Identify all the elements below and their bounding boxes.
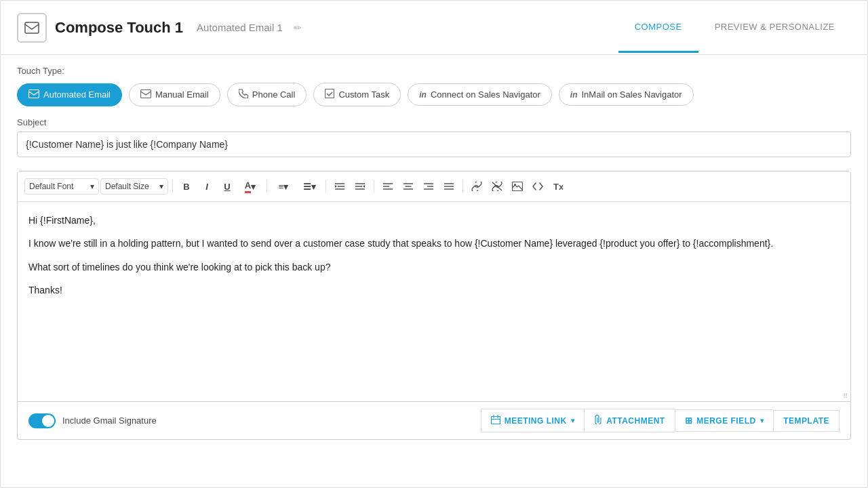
btn-connect-sales-nav[interactable]: in Connect on Sales Navigator bbox=[408, 83, 552, 106]
resize-handle[interactable]: ⠿ bbox=[18, 392, 850, 401]
unlink-button[interactable] bbox=[488, 177, 507, 196]
toolbar-divider-4 bbox=[374, 180, 374, 193]
template-button[interactable]: TEMPLATE bbox=[773, 410, 840, 432]
inmail-sales-nav-label: InMail on Sales Navigator bbox=[582, 89, 682, 100]
font-size-chevron: ▾ bbox=[159, 182, 163, 191]
editor-line-4: Thanks! bbox=[28, 283, 840, 298]
linkedin-connect-icon: in bbox=[419, 90, 427, 100]
tab-compose[interactable]: COMPOSE bbox=[618, 3, 698, 53]
svg-line-24 bbox=[492, 182, 502, 190]
header: Compose Touch 1 Automated Email 1 ✏ COMP… bbox=[1, 1, 867, 55]
svg-rect-2 bbox=[141, 89, 151, 98]
compose-icon bbox=[17, 13, 47, 43]
svg-rect-1 bbox=[29, 89, 39, 98]
merge-field-chevron: ▾ bbox=[760, 417, 764, 424]
connect-sales-nav-label: Connect on Sales Navigator bbox=[431, 89, 540, 100]
justify-button[interactable] bbox=[439, 177, 458, 196]
attachment-label: ATTACHMENT bbox=[606, 416, 665, 426]
page-title: Compose Touch 1 bbox=[55, 19, 183, 37]
touch-type-row: Automated Email Manual Email Phone Call … bbox=[17, 83, 851, 106]
attachment-icon bbox=[594, 415, 602, 426]
svg-text:Tx: Tx bbox=[553, 182, 563, 191]
font-size-select[interactable]: Default Size ▾ bbox=[100, 178, 168, 195]
svg-rect-28 bbox=[491, 417, 500, 424]
font-size-label: Default Size bbox=[105, 182, 149, 191]
touch-type-label: Touch Type: bbox=[17, 66, 851, 76]
font-color-icon: A bbox=[245, 180, 251, 193]
automated-email-label: Automated Email bbox=[43, 89, 111, 100]
editor-line-1: Hi {!FirstName}, bbox=[28, 213, 840, 228]
subject-label: Subject bbox=[17, 117, 851, 127]
toolbar-divider-1 bbox=[172, 180, 173, 193]
btn-phone-call[interactable]: Phone Call bbox=[227, 83, 307, 106]
template-label: TEMPLATE bbox=[783, 416, 829, 426]
align-left-button[interactable] bbox=[378, 177, 397, 196]
clear-format-button[interactable]: Tx bbox=[549, 177, 568, 196]
manual-email-icon bbox=[140, 89, 151, 100]
tab-preview[interactable]: PREVIEW & PERSONALIZE bbox=[698, 3, 851, 53]
merge-field-button[interactable]: ⊞ MERGE FIELD ▾ bbox=[675, 409, 774, 432]
subject-section: Subject bbox=[1, 117, 867, 164]
editor-outer: Default Font ▾ Default Size ▾ B I U A▾ ≡… bbox=[17, 171, 851, 402]
header-subtitle: Automated Email 1 bbox=[197, 22, 283, 33]
bold-button[interactable]: B bbox=[177, 177, 196, 196]
toolbar-divider-3 bbox=[326, 180, 326, 193]
font-family-select[interactable]: Default Font ▾ bbox=[24, 178, 99, 195]
attachment-button[interactable]: ATTACHMENT bbox=[584, 409, 675, 432]
svg-marker-11 bbox=[363, 185, 365, 188]
link-button[interactable] bbox=[467, 177, 486, 196]
bottom-bar: Include Gmail Signature MEETING LINK ▾ A… bbox=[17, 402, 851, 440]
font-color-button[interactable]: A▾ bbox=[238, 177, 262, 196]
custom-task-label: Custom Task bbox=[338, 89, 389, 100]
underline-button[interactable]: U bbox=[218, 177, 237, 196]
editor-line-2: I know we're still in a holding pattern,… bbox=[28, 236, 840, 251]
linkedin-inmail-icon: in bbox=[570, 90, 578, 100]
btn-automated-email[interactable]: Automated Email bbox=[17, 83, 122, 106]
image-button[interactable] bbox=[508, 177, 527, 196]
italic-button[interactable]: I bbox=[197, 177, 216, 196]
merge-field-icon: ⊞ bbox=[685, 415, 693, 426]
touch-type-section: Touch Type: Automated Email Manual Email… bbox=[1, 55, 867, 117]
toggle-knob bbox=[42, 415, 54, 427]
phone-icon bbox=[239, 89, 248, 100]
editor-toolbar: Default Font ▾ Default Size ▾ B I U A▾ ≡… bbox=[18, 171, 850, 202]
bottom-actions: MEETING LINK ▾ ATTACHMENT ⊞ MERGE FIELD … bbox=[481, 409, 840, 432]
btn-inmail-sales-nav[interactable]: in InMail on Sales Navigator bbox=[559, 83, 694, 106]
header-nav: COMPOSE PREVIEW & PERSONALIZE bbox=[618, 3, 851, 53]
resize-dots: ⠿ bbox=[843, 393, 848, 400]
toolbar-divider-2 bbox=[267, 180, 267, 193]
edit-icon[interactable]: ✏ bbox=[294, 22, 302, 33]
unordered-list-button[interactable]: ☰▾ bbox=[297, 177, 321, 196]
header-left: Compose Touch 1 Automated Email 1 ✏ bbox=[17, 13, 302, 43]
editor-body[interactable]: Hi {!FirstName}, I know we're still in a… bbox=[18, 202, 850, 392]
align-right-button[interactable] bbox=[419, 177, 438, 196]
code-button[interactable] bbox=[528, 177, 547, 196]
meeting-link-icon bbox=[491, 415, 500, 426]
indent-right-button[interactable] bbox=[351, 177, 370, 196]
ordered-list-button[interactable]: ≡▾ bbox=[271, 177, 296, 196]
svg-rect-3 bbox=[326, 89, 334, 98]
meeting-link-button[interactable]: MEETING LINK ▾ bbox=[481, 409, 585, 432]
task-icon bbox=[325, 89, 334, 100]
indent-left-icon bbox=[335, 182, 344, 190]
toolbar-divider-5 bbox=[462, 180, 463, 193]
btn-manual-email[interactable]: Manual Email bbox=[129, 83, 220, 106]
ul-icon: ☰ bbox=[303, 182, 311, 192]
automated-email-icon bbox=[28, 89, 39, 100]
phone-call-label: Phone Call bbox=[252, 89, 296, 100]
gmail-sig-label: Include Gmail Signature bbox=[62, 415, 157, 426]
svg-marker-7 bbox=[335, 185, 337, 188]
gmail-sig-toggle[interactable] bbox=[28, 413, 56, 428]
merge-field-label: MERGE FIELD bbox=[696, 416, 756, 426]
indent-left-button[interactable] bbox=[330, 177, 349, 196]
gmail-sig-container: Include Gmail Signature bbox=[28, 413, 157, 428]
indent-right-icon bbox=[355, 182, 365, 190]
meeting-link-chevron: ▾ bbox=[571, 417, 575, 424]
align-center-button[interactable] bbox=[399, 177, 418, 196]
meeting-link-label: MEETING LINK bbox=[505, 416, 567, 426]
btn-custom-task[interactable]: Custom Task bbox=[313, 83, 401, 106]
editor-line-3: What sort of timelines do you think we'r… bbox=[28, 260, 840, 274]
svg-rect-0 bbox=[25, 22, 39, 33]
subject-input[interactable] bbox=[17, 131, 851, 157]
manual-email-label: Manual Email bbox=[155, 89, 209, 100]
